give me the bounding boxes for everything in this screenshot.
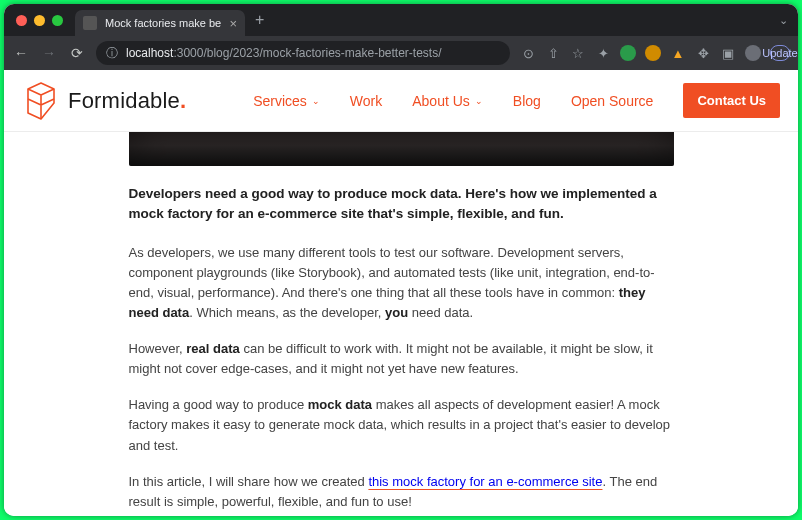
titlebar: Mock factories make better tes × + ⌄ bbox=[4, 4, 798, 36]
hero-image bbox=[129, 132, 674, 166]
bookmark-icon[interactable]: ☆ bbox=[570, 45, 586, 61]
share-icon[interactable]: ⇧ bbox=[545, 45, 561, 61]
close-icon[interactable] bbox=[16, 15, 27, 26]
browser-tab[interactable]: Mock factories make better tes × bbox=[75, 10, 245, 36]
back-icon[interactable]: ← bbox=[12, 45, 30, 61]
extensions-icon[interactable]: ✦ bbox=[595, 45, 611, 61]
extension-icon[interactable] bbox=[645, 45, 661, 61]
maximize-icon[interactable] bbox=[52, 15, 63, 26]
main-nav: Services⌄ Work About Us⌄ Blog Open Sourc… bbox=[253, 83, 780, 118]
article-paragraph: Having a good way to produce mock data m… bbox=[129, 395, 674, 455]
url-path: :3000/blog/2023/mock-factories-make-bett… bbox=[173, 46, 441, 60]
article: Developers need a good way to produce mo… bbox=[129, 132, 674, 516]
tab-title: Mock factories make better tes bbox=[105, 17, 221, 29]
nav-open-source[interactable]: Open Source bbox=[571, 93, 654, 109]
chevron-down-icon: ⌄ bbox=[475, 96, 483, 106]
brand-logo[interactable]: Formidable bbox=[24, 81, 186, 121]
minimize-icon[interactable] bbox=[34, 15, 45, 26]
tab-overflow-icon[interactable]: ⌄ bbox=[769, 14, 798, 27]
browser-toolbar: ← → ⟳ ⓘ localhost:3000/blog/2023/mock-fa… bbox=[4, 36, 798, 70]
nav-services[interactable]: Services⌄ bbox=[253, 93, 320, 109]
extension-icon[interactable] bbox=[620, 45, 636, 61]
forward-icon[interactable]: → bbox=[40, 45, 58, 61]
address-bar[interactable]: ⓘ localhost:3000/blog/2023/mock-factorie… bbox=[96, 41, 510, 65]
article-paragraph: In this article, I will share how we cre… bbox=[129, 472, 674, 512]
logo-icon bbox=[24, 81, 58, 121]
contact-button[interactable]: Contact Us bbox=[683, 83, 780, 118]
new-tab-button[interactable]: + bbox=[245, 11, 274, 29]
reload-icon[interactable]: ⟳ bbox=[68, 45, 86, 61]
brand-name: Formidable bbox=[68, 88, 186, 114]
article-link-mock-factory[interactable]: this mock factory for an e-commerce site bbox=[368, 474, 602, 489]
update-button[interactable]: Update bbox=[770, 45, 790, 61]
window-controls bbox=[16, 15, 63, 26]
toolbar-actions: ⊙ ⇧ ☆ ✦ ▲ ✥ ▣ Update bbox=[520, 45, 790, 61]
site-info-icon[interactable]: ⓘ bbox=[106, 45, 118, 62]
rss-icon[interactable]: ▲ bbox=[670, 45, 686, 61]
puzzle-icon[interactable]: ✥ bbox=[695, 45, 711, 61]
browser-window: Mock factories make better tes × + ⌄ ← →… bbox=[4, 4, 798, 516]
url-host: localhost bbox=[126, 46, 173, 60]
article-paragraph: As developers, we use many different too… bbox=[129, 243, 674, 324]
nav-work[interactable]: Work bbox=[350, 93, 382, 109]
nav-about[interactable]: About Us⌄ bbox=[412, 93, 483, 109]
profile-avatar[interactable] bbox=[745, 45, 761, 61]
nav-blog[interactable]: Blog bbox=[513, 93, 541, 109]
chevron-down-icon: ⌄ bbox=[312, 96, 320, 106]
window-icon[interactable]: ▣ bbox=[720, 45, 736, 61]
article-lead: Developers need a good way to produce mo… bbox=[129, 184, 674, 225]
page-content: Developers need a good way to produce mo… bbox=[4, 132, 798, 516]
site-header: Formidable Services⌄ Work About Us⌄ Blog… bbox=[4, 70, 798, 132]
article-paragraph: However, real data can be difficult to w… bbox=[129, 339, 674, 379]
tab-close-icon[interactable]: × bbox=[229, 16, 237, 31]
favicon-icon bbox=[83, 16, 97, 30]
search-icon[interactable]: ⊙ bbox=[520, 45, 536, 61]
